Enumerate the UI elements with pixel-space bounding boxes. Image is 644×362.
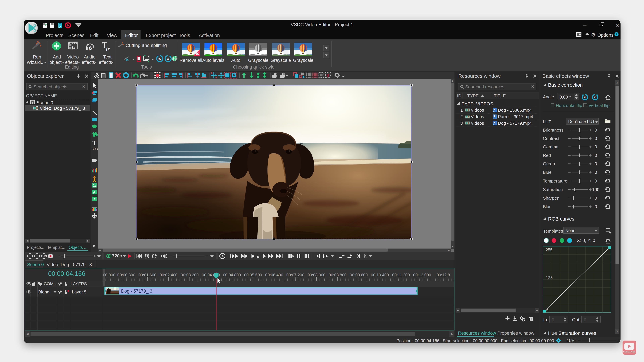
svg-text:128: 128 xyxy=(546,275,552,280)
svg-text:00:12.8: 00:12.8 xyxy=(436,273,450,277)
svg-text:Dog - 15305.mp4: Dog - 15305.mp4 xyxy=(498,108,532,113)
svg-text:Saturation: Saturation xyxy=(543,187,563,192)
svg-text:Blue: Blue xyxy=(543,170,552,175)
svg-text:Videos: Videos xyxy=(471,114,484,119)
svg-text:00:03.200: 00:03.200 xyxy=(181,273,199,277)
svg-text:Blur: Blur xyxy=(543,204,551,209)
svg-text:4: 4 xyxy=(494,110,494,112)
svg-text:0: 0 xyxy=(595,178,597,184)
svg-text:00:01.600: 00:01.600 xyxy=(138,273,156,277)
svg-text:Videos: Videos xyxy=(471,121,484,126)
svg-text:3: 3 xyxy=(460,121,463,126)
svg-text:LAYERS: LAYERS xyxy=(70,281,87,286)
svg-text:U: U xyxy=(326,73,329,77)
svg-text:Brightness: Brightness xyxy=(543,128,564,133)
svg-text:0: 0 xyxy=(595,153,597,158)
svg-text:0: 0 xyxy=(595,204,597,209)
svg-text:2: 2 xyxy=(460,114,463,119)
svg-text:Videos: Videos xyxy=(471,108,484,113)
svg-text:00:10.400: 00:10.400 xyxy=(371,273,389,277)
svg-text:Contrast: Contrast xyxy=(543,136,560,141)
svg-text:00:08.000: 00:08.000 xyxy=(308,273,326,277)
svg-text:00:08.800: 00:08.800 xyxy=(329,273,347,277)
svg-text:00:00.800: 00:00.800 xyxy=(118,273,135,277)
svg-text:00:04.800: 00:04.800 xyxy=(223,273,241,277)
svg-text:00:02.400: 00:02.400 xyxy=(160,273,178,277)
svg-text:100: 100 xyxy=(42,255,46,258)
svg-text:Parrot - 3017.mp4: Parrot - 3017.mp4 xyxy=(498,114,533,119)
svg-text:90: 90 xyxy=(584,96,586,98)
svg-text:COM...: COM... xyxy=(44,281,57,286)
svg-text:T: T xyxy=(92,140,96,147)
svg-text:1: 1 xyxy=(460,108,463,113)
svg-text:90: 90 xyxy=(594,96,596,98)
svg-text:00:07.200: 00:07.200 xyxy=(286,273,304,277)
svg-text:fx: fx xyxy=(106,46,110,51)
svg-text:Blend: Blend xyxy=(38,290,50,295)
svg-text:fx: fx xyxy=(72,45,76,50)
svg-text:0: 0 xyxy=(595,196,597,201)
svg-text:0: 0 xyxy=(595,136,597,141)
svg-text:100: 100 xyxy=(592,187,600,192)
svg-text:00:12.000: 00:12.000 xyxy=(413,273,431,277)
svg-text:720p: 720p xyxy=(112,253,122,258)
svg-text:fx: fx xyxy=(89,45,92,51)
svg-text:Red: Red xyxy=(543,153,551,158)
svg-text:00:05.600: 00:05.600 xyxy=(244,273,262,277)
svg-text:Dog - 57179.mp4: Dog - 57179.mp4 xyxy=(498,121,532,126)
svg-text:Sharpen: Sharpen xyxy=(543,196,559,201)
svg-text:Green: Green xyxy=(543,161,555,166)
svg-text:SUB: SUB xyxy=(92,147,98,151)
svg-text:0: 0 xyxy=(595,128,597,133)
svg-text:Layer 5: Layer 5 xyxy=(72,290,86,295)
svg-text:0: 0 xyxy=(595,170,597,175)
svg-text:255: 255 xyxy=(546,248,552,252)
svg-text:90: 90 xyxy=(158,57,161,60)
svg-text:00:09.600: 00:09.600 xyxy=(350,273,368,277)
svg-text:Gamma: Gamma xyxy=(543,144,558,149)
svg-text:90: 90 xyxy=(167,57,170,60)
svg-text:0: 0 xyxy=(595,144,597,149)
svg-text:0: 0 xyxy=(546,307,548,311)
svg-text:Temperature: Temperature xyxy=(543,178,567,184)
svg-text:0: 0 xyxy=(595,161,597,166)
svg-text:00.000: 00.000 xyxy=(103,273,115,277)
svg-text:00:11.200: 00:11.200 xyxy=(392,273,410,277)
svg-text:00:06.400: 00:06.400 xyxy=(265,273,283,277)
